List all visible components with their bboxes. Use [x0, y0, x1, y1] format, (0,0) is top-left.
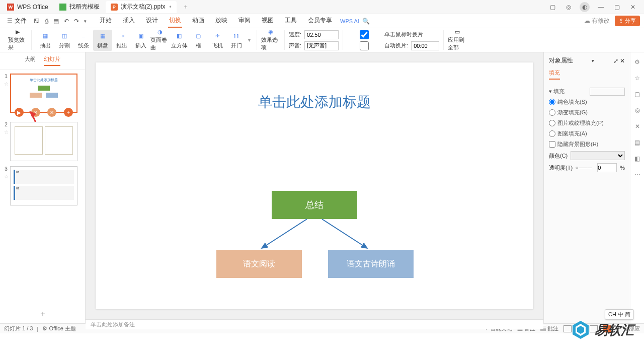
- auto-checkbox[interactable]: [347, 41, 381, 50]
- tab-design[interactable]: 设计: [145, 14, 159, 28]
- click-checkbox[interactable]: [347, 30, 381, 39]
- trans-input[interactable]: [597, 163, 617, 172]
- cloud-status[interactable]: ☁ 有修改: [584, 17, 610, 25]
- shape-reading[interactable]: 语文阅读: [216, 250, 302, 278]
- fill-picture[interactable]: 图片或纹理填充(P): [549, 119, 625, 127]
- fav-1[interactable]: ☆: [4, 81, 9, 87]
- side-icon-1[interactable]: ⚙: [633, 57, 642, 66]
- notes-bar[interactable]: 单击此处添加备注: [86, 319, 543, 329]
- fav-3[interactable]: ☆: [4, 174, 9, 179]
- props-close-icon[interactable]: ✕: [620, 57, 625, 64]
- preview-icon[interactable]: ▤: [53, 18, 59, 25]
- trans-1[interactable]: ◫分割: [55, 30, 74, 51]
- theme-status[interactable]: ⚙ Office 主题: [42, 325, 76, 332]
- tab-template[interactable]: 找稻壳模板: [54, 1, 105, 13]
- preview-button[interactable]: ▶ 预览效果: [8, 30, 27, 51]
- thumb-add-icon[interactable]: ＋: [64, 108, 73, 117]
- trans-4[interactable]: ⇥推出: [112, 30, 131, 51]
- fav-2[interactable]: ☆: [4, 129, 9, 135]
- side-icon-3[interactable]: ▢: [633, 90, 642, 99]
- panel-tab-slides[interactable]: 幻灯片: [44, 55, 60, 66]
- trans-more[interactable]: ▾: [246, 37, 253, 43]
- dropdown-icon[interactable]: ▾: [84, 19, 87, 24]
- search-icon[interactable]: 🔍: [362, 18, 370, 25]
- share-button[interactable]: ⇪ 分享: [615, 16, 640, 26]
- tab-insert[interactable]: 插入: [122, 14, 136, 28]
- thumb-trans-icon[interactable]: ✕: [31, 108, 40, 117]
- add-slide-button[interactable]: ＋: [0, 305, 85, 323]
- ime-indicator: CH 中 简: [605, 309, 634, 320]
- tab-slideshow[interactable]: 放映: [214, 14, 228, 28]
- thumb-3[interactable]: 0102: [10, 166, 77, 205]
- click-advance[interactable]: 单击鼠标时换片: [347, 30, 439, 39]
- shape-summary[interactable]: 总结: [272, 191, 357, 219]
- trans-6[interactable]: ◑页面卷曲: [150, 30, 170, 51]
- trans-7[interactable]: ◧立方体: [170, 30, 189, 51]
- tab-animation[interactable]: 动画: [191, 14, 205, 28]
- fill-section[interactable]: 填充: [553, 88, 565, 94]
- tab-view[interactable]: 视图: [261, 14, 275, 28]
- trans-5[interactable]: ▣插入: [131, 30, 150, 51]
- tab-transition[interactable]: 切换: [168, 14, 182, 28]
- undo-icon[interactable]: ↶: [64, 18, 69, 25]
- speed-input[interactable]: [304, 30, 339, 39]
- thumb-play-icon[interactable]: ▶: [15, 108, 24, 117]
- fill-solid[interactable]: 纯色填充(S): [549, 98, 625, 106]
- trans-0[interactable]: ▦抽出: [36, 30, 55, 51]
- thumb-num-3: 3: [5, 166, 8, 172]
- thumb-1[interactable]: 单击此处添加标题 ▶ ✕ ✕ ＋: [10, 74, 77, 113]
- save-icon[interactable]: 🖫: [34, 18, 40, 25]
- side-icon-7[interactable]: ◧: [633, 154, 642, 163]
- slide-title[interactable]: 单击此处添加标题: [96, 93, 533, 112]
- page-status: 幻灯片 1 / 3: [4, 325, 33, 332]
- panel-tab-outline[interactable]: 大纲: [25, 55, 36, 66]
- color-select[interactable]: [571, 151, 625, 160]
- props-pin-icon[interactable]: ⤢: [613, 57, 618, 64]
- watermark: 易软汇: [571, 320, 634, 340]
- trans-10[interactable]: ⫿⫿开门: [227, 30, 246, 51]
- shape-recite[interactable]: 语文古诗朗诵: [328, 250, 414, 278]
- tab-add[interactable]: ＋: [178, 1, 194, 13]
- wps-ai-link[interactable]: WPS AI: [340, 18, 359, 24]
- thumb-2[interactable]: [10, 122, 77, 161]
- fill-pattern[interactable]: 图案填充(A): [549, 130, 625, 137]
- tab-wps[interactable]: W WPS Office: [2, 1, 53, 13]
- app-icon-1[interactable]: ▢: [547, 2, 557, 12]
- side-icon-2[interactable]: ☆: [633, 74, 642, 83]
- trans-2[interactable]: ≡线条: [74, 30, 93, 51]
- print-icon[interactable]: ⎙: [45, 18, 48, 25]
- file-menu[interactable]: ☰ 文件: [4, 16, 30, 26]
- auto-advance[interactable]: 自动换片:: [347, 41, 439, 50]
- auto-time-input[interactable]: [411, 41, 439, 50]
- close-button[interactable]: ✕: [628, 2, 638, 12]
- side-icon-more[interactable]: ⋯: [633, 170, 642, 179]
- side-icon-6[interactable]: ▤: [633, 138, 642, 147]
- file-menu-label: 文件: [15, 17, 27, 25]
- maximize-button[interactable]: ▢: [612, 2, 622, 12]
- trans-9[interactable]: ✈飞机: [208, 30, 227, 51]
- tab-review[interactable]: 审阅: [237, 14, 252, 28]
- minimize-button[interactable]: —: [596, 2, 606, 12]
- app-icon-2[interactable]: ◎: [564, 2, 574, 12]
- tab-tools[interactable]: 工具: [284, 14, 298, 28]
- effect-options[interactable]: ◉效果选项: [261, 30, 280, 51]
- tab-file[interactable]: P 演示文稿(2).pptx •: [106, 1, 177, 13]
- thumb-anim-icon[interactable]: ✕: [47, 108, 56, 117]
- hide-bg[interactable]: 隐藏背景图形(H): [549, 141, 625, 148]
- trans-3[interactable]: ▦棋盘: [93, 30, 112, 51]
- trans-8[interactable]: ▢框: [189, 30, 208, 51]
- side-icon-4[interactable]: ◎: [633, 106, 642, 115]
- side-icon-5[interactable]: ✕: [633, 122, 642, 131]
- fill-gradient[interactable]: 渐变填充(G): [549, 109, 625, 116]
- apply-all-button[interactable]: ▭应用到全部: [448, 30, 467, 51]
- fill-tab[interactable]: 填充: [549, 69, 560, 80]
- sound-select[interactable]: [304, 41, 339, 50]
- tab-dirty-icon: •: [169, 4, 171, 11]
- tab-start[interactable]: 开始: [99, 14, 113, 28]
- svg-line-3: [262, 219, 307, 248]
- avatar-icon[interactable]: ◐: [580, 2, 590, 12]
- tab-member[interactable]: 会员专享: [307, 14, 333, 28]
- redo-icon[interactable]: ↷: [74, 18, 79, 25]
- slide-canvas[interactable]: 单击此处添加标题 总结 语文阅读 语文古诗朗诵: [96, 62, 533, 309]
- thumb-num-2: 2: [5, 122, 8, 127]
